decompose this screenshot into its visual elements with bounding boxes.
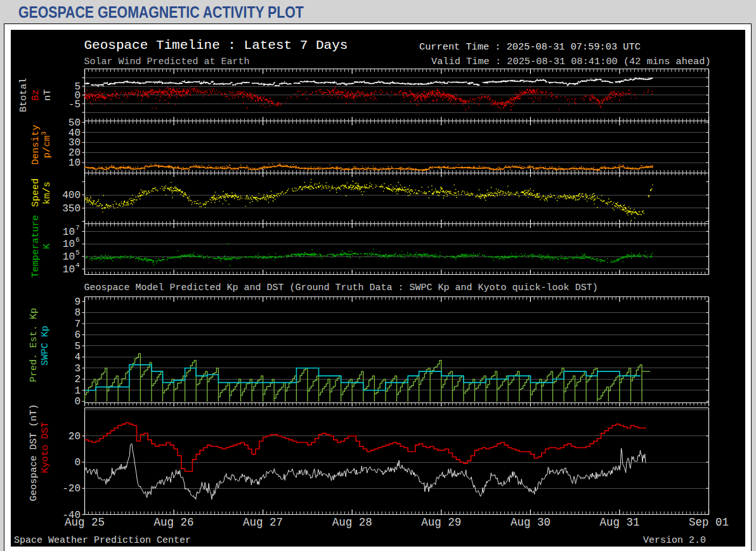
svg-text:nT: nT	[42, 90, 53, 101]
svg-text:Geospace Timeline : Latest 7 D: Geospace Timeline : Latest 7 Days	[84, 38, 348, 53]
svg-text:Current Time : 2025-08-31 07:5: Current Time : 2025-08-31 07:59:03 UTC	[419, 41, 641, 53]
svg-text:10: 10	[63, 251, 75, 263]
svg-text:30: 30	[68, 137, 81, 149]
svg-text:7: 7	[75, 224, 80, 232]
svg-text:Solar Wind Predicted at Earth: Solar Wind Predicted at Earth	[84, 56, 250, 67]
svg-text:Aug 30: Aug 30	[511, 516, 551, 529]
svg-text:10: 10	[63, 227, 75, 238]
svg-text:Pred. Est. Kp: Pred. Est. Kp	[29, 308, 39, 382]
svg-text:50: 50	[68, 117, 81, 129]
svg-text:Valid Time : 2025-08-31 08:41:: Valid Time : 2025-08-31 08:41:00 (42 min…	[431, 56, 711, 67]
svg-text:20: 20	[68, 431, 81, 442]
svg-text:3: 3	[74, 363, 81, 375]
svg-text:Space Weather Prediction Cente: Space Weather Prediction Center	[14, 535, 191, 546]
svg-text:Aug 27: Aug 27	[243, 516, 283, 529]
svg-text:0: 0	[74, 457, 81, 468]
svg-text:Aug 29: Aug 29	[421, 516, 461, 529]
svg-text:7: 7	[74, 319, 81, 330]
svg-text:6: 6	[75, 236, 80, 244]
svg-text:-20: -20	[62, 483, 81, 495]
svg-text:p/cm3: p/cm3	[40, 131, 53, 158]
svg-text:350: 350	[62, 203, 81, 215]
svg-text:20: 20	[68, 147, 81, 159]
svg-text:Btotal: Btotal	[19, 78, 30, 112]
svg-text:9: 9	[74, 296, 81, 308]
svg-text:Geospace DST (nT): Geospace DST (nT)	[29, 404, 39, 501]
svg-text:1: 1	[74, 385, 81, 397]
svg-text:4: 4	[75, 262, 80, 269]
svg-text:5: 5	[74, 341, 81, 352]
svg-text:Version 2.0: Version 2.0	[643, 535, 706, 546]
svg-text:Temperature: Temperature	[30, 215, 41, 277]
svg-text:Speed: Speed	[30, 178, 41, 207]
svg-text:Aug 25: Aug 25	[65, 516, 105, 529]
svg-text:Aug 28: Aug 28	[332, 516, 372, 529]
svg-text:K: K	[42, 243, 53, 249]
svg-text:Aug 31: Aug 31	[599, 516, 639, 529]
svg-text:Kyoto DST: Kyoto DST	[40, 422, 51, 473]
svg-text:4: 4	[74, 352, 81, 363]
svg-text:10: 10	[68, 157, 81, 169]
svg-text:2: 2	[74, 374, 81, 385]
svg-text:6: 6	[74, 329, 81, 341]
svg-text:SWPC Kp: SWPC Kp	[40, 326, 51, 366]
svg-text:0: 0	[74, 396, 81, 408]
svg-text:Sep 01: Sep 01	[689, 516, 729, 529]
svg-text:Geospace Model Predicted Kp an: Geospace Model Predicted Kp and DST (Gro…	[84, 282, 598, 293]
svg-text:10: 10	[63, 239, 75, 250]
svg-text:Density: Density	[30, 124, 41, 164]
svg-text:400: 400	[62, 190, 81, 201]
svg-text:40: 40	[68, 128, 81, 139]
svg-text:Aug 26: Aug 26	[154, 516, 194, 529]
svg-text:5: 5	[74, 81, 81, 93]
svg-text:10: 10	[63, 264, 75, 276]
svg-text:8: 8	[74, 307, 81, 319]
svg-text:5: 5	[75, 249, 80, 256]
svg-text:km/s: km/s	[42, 182, 53, 204]
svg-text:Bz: Bz	[30, 90, 41, 101]
